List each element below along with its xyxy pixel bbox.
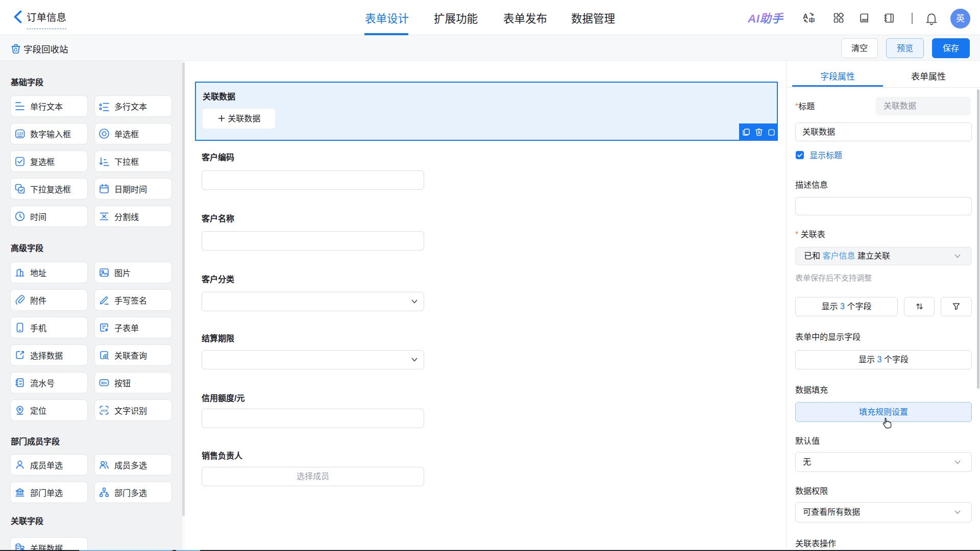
svg-text:123: 123 (17, 132, 23, 135)
svg-text:Btn: Btn (102, 381, 107, 385)
svg-text:A: A (803, 12, 808, 20)
svg-text:中: 中 (809, 17, 815, 23)
svg-text:OCR: OCR (101, 409, 108, 412)
